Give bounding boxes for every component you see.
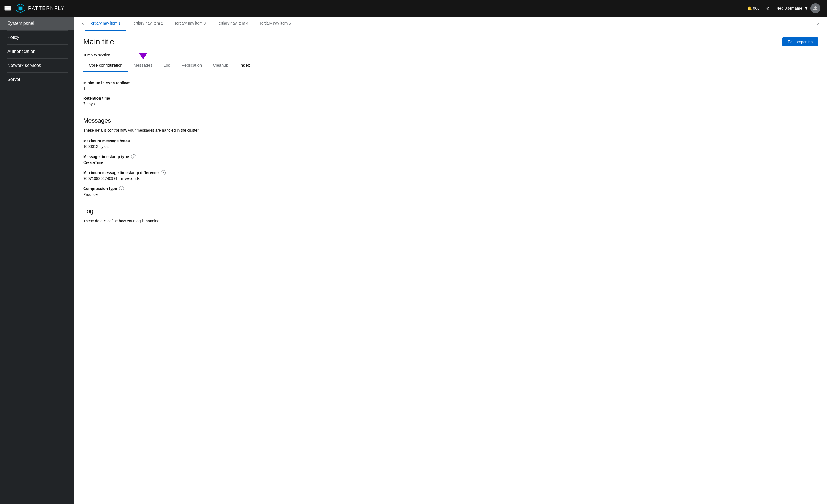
field-value-retention: 7 days: [83, 102, 818, 106]
section-tabs: Core configuration Messages Log Replicat…: [83, 59, 818, 72]
help-icon-compression[interactable]: ?: [119, 186, 124, 191]
sidebar-item-server[interactable]: Server: [0, 73, 75, 87]
sidebar-item-network-services[interactable]: Network services: [0, 59, 75, 72]
field-label-timestamp-diff: Maximum message timestamp difference ?: [83, 170, 818, 175]
messages-section: Messages These details control how your …: [83, 117, 818, 197]
avatar: [811, 3, 820, 13]
field-value-min-insync: 1: [83, 86, 818, 91]
jump-to-section: Jump to section Core configuration Messa…: [83, 53, 818, 72]
tertiary-nav-prev[interactable]: <: [81, 17, 86, 30]
core-config-section: Minimum in-sync replicas 1 Retention tim…: [83, 81, 818, 106]
tertiary-nav-item-4[interactable]: Tertiary nav item 4: [211, 16, 254, 31]
gear-icon: ⚙: [766, 6, 770, 10]
field-label-min-insync: Minimum in-sync replicas: [83, 81, 818, 85]
notifications-button[interactable]: 🔔 000: [745, 4, 762, 13]
tertiary-nav-item-1[interactable]: ertiary nav item 1: [86, 16, 126, 31]
field-max-timestamp-diff: Maximum message timestamp difference ? 9…: [83, 170, 818, 181]
field-compression-type: Compression type ? Producer: [83, 186, 818, 197]
messages-section-title: Messages: [83, 117, 818, 124]
tab-core-configuration[interactable]: Core configuration: [83, 59, 128, 72]
log-section-desc: These details define how your log is han…: [83, 218, 818, 224]
page-header: Main title Edit properties: [83, 38, 818, 46]
log-section-title: Log: [83, 208, 818, 215]
sidebar-item-system-panel[interactable]: System panel: [0, 16, 75, 30]
tertiary-nav-item-5[interactable]: Tertiary nav item 5: [254, 16, 296, 31]
notification-count: 000: [753, 6, 760, 10]
field-value-timestamp-type: CreateTime: [83, 160, 818, 165]
field-label-timestamp-type: Message timestamp type ?: [83, 154, 818, 159]
tab-log[interactable]: Log: [158, 59, 176, 72]
tertiary-nav-next[interactable]: >: [816, 17, 820, 30]
top-navigation: PATTERNFLY 🔔 000 ⚙ Ned Username ▼: [0, 0, 827, 16]
field-min-insync-replicas: Minimum in-sync replicas 1: [83, 81, 818, 91]
tab-messages[interactable]: Messages: [128, 59, 158, 72]
app-layout: System panel Policy Authentication Netwo…: [0, 16, 827, 504]
brand-logo-icon: [15, 3, 26, 13]
bell-icon: 🔔: [747, 6, 752, 10]
page-title: Main title: [83, 38, 114, 46]
edit-properties-button[interactable]: Edit properties: [782, 38, 818, 46]
field-value-timestamp-diff: 9007199254740991 milliseconds: [83, 176, 818, 181]
tab-cleanup[interactable]: Cleanup: [207, 59, 234, 72]
log-section: Log These details define how your log is…: [83, 208, 818, 224]
tertiary-nav-item-3[interactable]: Tertiary nav item 3: [169, 16, 211, 31]
messages-section-desc: These details control how your messages …: [83, 127, 227, 133]
brand-link[interactable]: PATTERNFLY: [15, 3, 65, 13]
field-max-message-bytes: Maximum message bytes 1000012 bytes: [83, 139, 818, 149]
hamburger-menu[interactable]: [4, 6, 11, 11]
field-retention-time: Retention time 7 days: [83, 96, 818, 106]
main-content: < ertiary nav item 1 Tertiary nav item 2…: [75, 16, 827, 504]
user-menu-button[interactable]: Ned Username ▼: [774, 1, 823, 15]
sidebar-item-policy[interactable]: Policy: [0, 31, 75, 44]
page-body: Main title Edit properties Jump to secti…: [75, 31, 827, 241]
tab-replication[interactable]: Replication: [176, 59, 207, 72]
jump-label: Jump to section: [83, 53, 818, 57]
caret-down-icon: ▼: [805, 6, 808, 10]
tab-index[interactable]: Index: [234, 59, 255, 72]
field-value-max-bytes: 1000012 bytes: [83, 144, 818, 149]
tab-pointer-icon: [139, 53, 147, 59]
tertiary-navigation: < ertiary nav item 1 Tertiary nav item 2…: [75, 16, 827, 31]
field-value-compression: Producer: [83, 192, 818, 197]
username-text: Ned Username: [776, 6, 802, 10]
tertiary-nav-item-2[interactable]: Tertiary nav item 2: [126, 16, 169, 31]
sidebar-item-authentication[interactable]: Authentication: [0, 45, 75, 58]
sidebar: System panel Policy Authentication Netwo…: [0, 16, 75, 504]
nav-icons: 🔔 000 ⚙ Ned Username ▼: [745, 1, 823, 15]
help-icon-timestamp-diff[interactable]: ?: [161, 170, 166, 175]
settings-button[interactable]: ⚙: [764, 4, 772, 13]
svg-point-3: [814, 6, 817, 8]
field-timestamp-type: Message timestamp type ? CreateTime: [83, 154, 818, 165]
field-label-retention: Retention time: [83, 96, 818, 101]
field-label-compression: Compression type ?: [83, 186, 818, 191]
field-label-max-bytes: Maximum message bytes: [83, 139, 818, 143]
help-icon-timestamp-type[interactable]: ?: [131, 154, 136, 159]
brand-name-text: PATTERNFLY: [28, 5, 65, 11]
